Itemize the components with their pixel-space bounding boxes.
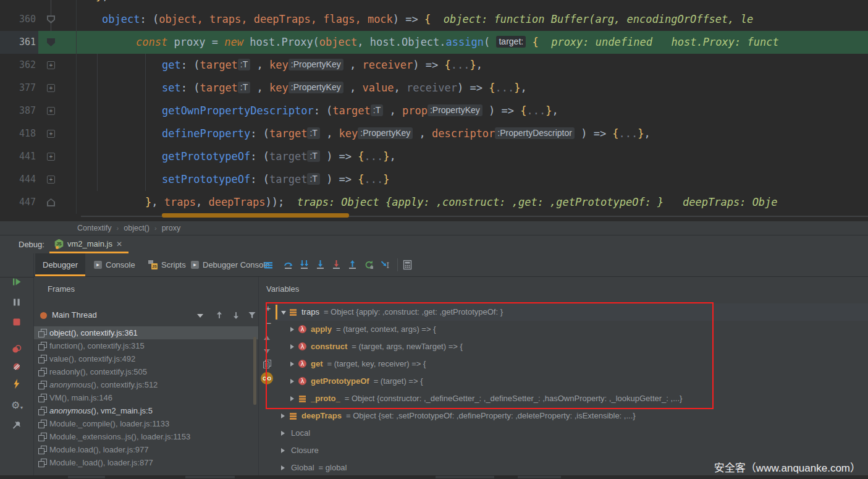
expand-arrow-icon[interactable]	[290, 362, 294, 367]
run-to-cursor-green-icon[interactable]	[364, 260, 374, 270]
line-number[interactable]: 441	[0, 145, 36, 168]
editor-line-418[interactable]: 418+defineProperty: (target:T , key:Prop…	[0, 122, 868, 145]
variable-row-Local[interactable]: Local	[275, 425, 868, 442]
show-watches-icon[interactable]	[261, 372, 273, 384]
tab-debugger[interactable]: Debugger	[35, 253, 85, 276]
stack-frame-row[interactable]: readonly(), contextify.js:505	[34, 365, 258, 378]
tab-console[interactable]: ▸ Console	[86, 253, 143, 276]
variable-row-get[interactable]: λget= (target, key, receiver) => {	[275, 355, 868, 373]
variable-row-deepTraps[interactable]: deepTraps= Object {set: ,setPrototypeOf:…	[275, 407, 868, 425]
step-into-icon[interactable]	[299, 260, 310, 270]
stack-frame-row[interactable]: anonymous(), vm2_main.js:5	[34, 404, 258, 417]
smart-step-into-icon[interactable]	[331, 260, 342, 270]
variable-row-traps[interactable]: traps= Object {apply: ,construct: ,get: …	[275, 303, 868, 321]
fold-marker-icon[interactable]: +	[47, 61, 55, 69]
expand-arrow-icon[interactable]	[290, 379, 294, 384]
fold-marker-icon[interactable]: +	[47, 130, 55, 138]
code-editor[interactable]: },360object: (object, traps, deepTraps, …	[0, 0, 868, 221]
line-number[interactable]: 360	[0, 8, 36, 31]
line-number[interactable]: 377	[0, 77, 36, 100]
editor-line-361[interactable]: 361const proxy = new host.Proxy(object, …	[0, 31, 868, 54]
thread-selector[interactable]: Main Thread	[35, 306, 256, 324]
expand-arrow-icon[interactable]	[281, 448, 285, 453]
expand-arrow-icon[interactable]	[281, 413, 285, 418]
collapse-arrow-icon[interactable]	[281, 311, 286, 315]
frame-location: (), loader.js:977	[93, 445, 149, 454]
run-to-cursor-icon[interactable]	[380, 260, 390, 270]
settings-icon[interactable]: ⚙▾	[11, 400, 22, 411]
variables-panel: Variables traps= Object {apply: ,constru…	[259, 277, 868, 479]
evaluate-expression-icon[interactable]	[402, 260, 413, 270]
editor-line-444[interactable]: 444+setPrototypeOf: (target:T ) => {...}	[0, 168, 868, 191]
editor-line-362[interactable]: 362+get: (target:T , key:PropertyKey , r…	[0, 54, 868, 77]
stack-frame-row[interactable]: value(), contextify.js:492	[34, 352, 258, 365]
debug-session-tab[interactable]: JS vm2_main.js ✕	[49, 235, 127, 252]
stack-frame-row[interactable]: object(), contextify.js:361	[34, 326, 258, 339]
stack-frame-row[interactable]: Module._extensions..js(), loader.js:1153	[34, 430, 258, 443]
stack-frame-row[interactable]: anonymous(), contextify.js:512	[34, 378, 258, 391]
variable-row-construct[interactable]: λconstruct= (target, args, newTarget) =>…	[275, 338, 868, 355]
pin-icon[interactable]	[11, 420, 22, 431]
editor-line-447[interactable]: 447}, traps, deepTraps)); traps: Object …	[0, 191, 868, 214]
variable-value: = Object {apply: ,construct: ,get: ,getP…	[324, 307, 503, 316]
mute-breakpoints-icon[interactable]	[11, 361, 22, 372]
expand-arrow-icon[interactable]	[290, 396, 294, 401]
move-down-icon[interactable]	[264, 349, 270, 354]
editor-line-377[interactable]: 377+set: (target:T , key:PropertyKey , v…	[0, 77, 868, 100]
line-number[interactable]: 387	[0, 100, 36, 122]
stack-frame-icon	[38, 381, 46, 389]
status-bar-partial	[0, 475, 868, 479]
resume-icon[interactable]	[11, 276, 22, 287]
stack-frame-row[interactable]: Module.load(), loader.js:977	[34, 443, 258, 456]
step-out-icon[interactable]	[347, 260, 358, 270]
line-number[interactable]: 362	[0, 54, 36, 77]
remove-watch-icon[interactable]: −	[263, 318, 274, 329]
add-watch-icon[interactable]: +	[263, 303, 274, 315]
expand-arrow-icon[interactable]	[290, 327, 294, 332]
breadcrumb-item[interactable]: Contextify	[77, 224, 112, 232]
stack-frame-row[interactable]: Module._load(), loader.js:877	[34, 456, 258, 469]
breadcrumb-item[interactable]: object()	[124, 224, 150, 232]
editor-line-441[interactable]: 441+getPrototypeOf: (target:T ) => {...}…	[0, 145, 868, 168]
frames-scrollbar[interactable]	[253, 337, 256, 405]
fold-marker-icon[interactable]: +	[47, 84, 55, 92]
variable-row-_proto_[interactable]: _proto_= Object {constructor: ,_defineGe…	[275, 390, 868, 407]
stack-frame-row[interactable]: function(), contextify.js:315	[34, 339, 258, 352]
stop-icon[interactable]	[11, 316, 22, 328]
line-number[interactable]: 361	[0, 31, 36, 54]
navigate-down-icon[interactable]	[231, 310, 241, 320]
navigate-up-icon[interactable]	[214, 310, 224, 320]
stack-frame-row[interactable]: Module._compile(), loader.js:1133	[34, 417, 258, 430]
menu-icon[interactable]	[263, 260, 274, 270]
view-breakpoints-icon[interactable]	[11, 344, 22, 355]
fold-marker-icon[interactable]: +	[47, 176, 55, 184]
duplicate-icon[interactable]	[262, 359, 273, 370]
line-number[interactable]: 444	[0, 168, 36, 191]
breadcrumb: Contextify›object()›proxy	[0, 221, 868, 235]
close-icon[interactable]: ✕	[116, 240, 122, 248]
editor-line-360[interactable]: 360object: (object, traps, deepTraps, fl…	[0, 8, 868, 31]
line-number[interactable]: 447	[0, 191, 36, 214]
force-step-into-icon[interactable]	[315, 260, 326, 270]
editor-line[interactable]: },	[0, 0, 868, 8]
line-number[interactable]: 418	[0, 122, 36, 145]
breadcrumb-item[interactable]: proxy	[162, 224, 181, 232]
lightning-icon[interactable]	[11, 378, 22, 389]
variable-row-getPrototypeOf[interactable]: λgetPrototypeOf= (target) => {	[275, 373, 868, 390]
variable-row-Closure[interactable]: Closure	[275, 442, 868, 459]
filter-icon[interactable]	[247, 310, 257, 320]
fold-marker-icon[interactable]: +	[47, 153, 55, 161]
expand-arrow-icon[interactable]	[290, 344, 294, 349]
stack-frame-row[interactable]: VM(), main.js:146	[34, 391, 258, 404]
expand-arrow-icon[interactable]	[281, 465, 285, 470]
move-up-icon[interactable]	[264, 336, 270, 340]
fold-marker-icon[interactable]: +	[47, 107, 55, 115]
editor-line-387[interactable]: 387+getOwnPropertyDescriptor: (target:T …	[0, 100, 868, 122]
expand-arrow-icon[interactable]	[281, 431, 285, 436]
stack-frame-icon	[38, 459, 46, 467]
horizontal-scrollbar-thumb[interactable]	[162, 213, 349, 218]
step-over-icon[interactable]	[283, 260, 293, 270]
pause-icon[interactable]	[11, 297, 22, 308]
chevron-down-icon[interactable]	[197, 314, 203, 318]
variable-row-apply[interactable]: λapply= (target, context, args) => {	[275, 321, 868, 338]
